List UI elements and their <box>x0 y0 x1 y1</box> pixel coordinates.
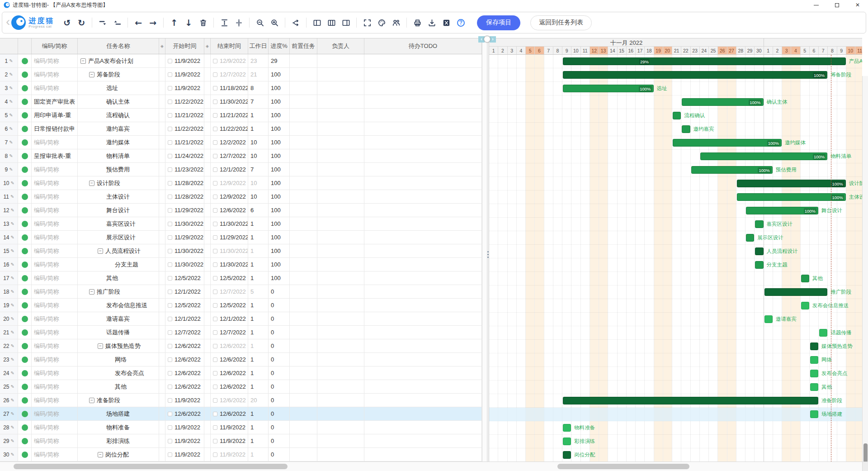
todo-cell[interactable] <box>364 285 482 298</box>
todo-cell[interactable] <box>364 407 482 420</box>
predecessor-cell[interactable] <box>290 366 317 380</box>
task-name-cell[interactable]: 嘉宾区设计 <box>78 217 159 230</box>
date-checkbox[interactable] <box>213 208 217 213</box>
todo-cell[interactable] <box>364 421 482 434</box>
workdays-cell[interactable]: 1 <box>248 421 269 434</box>
end-date-cell[interactable]: 11/18/2022 <box>211 81 248 95</box>
progress-cell[interactable]: 0 <box>269 353 290 366</box>
owner-cell[interactable] <box>317 68 364 81</box>
owner-cell[interactable] <box>317 81 364 95</box>
gantt-bar[interactable]: 100% <box>563 71 827 79</box>
todo-cell[interactable] <box>364 163 482 176</box>
start-date-cell[interactable]: 12/1/2022 <box>165 312 204 325</box>
date-checkbox[interactable] <box>213 425 217 430</box>
predecessor-cell[interactable] <box>290 68 317 81</box>
workdays-cell[interactable]: 10 <box>248 190 269 203</box>
owner-cell[interactable] <box>317 339 364 352</box>
task-name-cell[interactable]: 物料准备 <box>78 421 159 434</box>
edit-pencil-icon[interactable]: ✎ <box>9 99 13 104</box>
row-number-cell[interactable]: 28✎ <box>0 421 18 434</box>
end-date-cell[interactable]: 11/9/2022 <box>211 421 248 434</box>
date-checkbox[interactable] <box>213 72 217 77</box>
gantt-bar[interactable] <box>563 438 571 445</box>
status-dot-cell[interactable] <box>18 204 32 217</box>
code-cell[interactable]: 编码/简称 <box>32 448 78 461</box>
table-row[interactable]: 13✎编码/简称嘉宾区设计11/30/202211/30/20221100 <box>0 217 482 231</box>
status-dot[interactable] <box>22 302 28 309</box>
table-row[interactable]: 15✎编码/简称−人员流程设计11/30/202211/30/20221100 <box>0 244 482 258</box>
status-dot-cell[interactable] <box>18 163 32 176</box>
edit-pencil-icon[interactable]: ✎ <box>10 343 14 348</box>
row-number-cell[interactable]: 18✎ <box>0 285 18 298</box>
status-dot[interactable] <box>22 167 28 173</box>
end-date-cell[interactable]: 12/9/2022 <box>211 54 248 67</box>
owner-cell[interactable] <box>317 271 364 285</box>
row-number-cell[interactable]: 1✎ <box>0 54 18 67</box>
code-cell[interactable]: 编码/简称 <box>32 136 78 149</box>
predecessor-cell[interactable] <box>290 54 317 67</box>
owner-cell[interactable] <box>317 149 364 162</box>
task-name-cell[interactable]: 主体设计 <box>78 190 159 203</box>
workdays-cell[interactable]: 7 <box>248 95 269 108</box>
end-date-cell[interactable]: 11/9/2022 <box>211 434 248 447</box>
date-checkbox[interactable] <box>213 195 217 199</box>
code-cell[interactable]: 编码/简称 <box>32 326 78 339</box>
end-date-cell[interactable]: 11/30/2022 <box>211 95 248 108</box>
table-row[interactable]: 5✎用印申请单-重流程确认11/21/202211/21/20221100 <box>0 109 482 122</box>
predecessor-cell[interactable] <box>290 163 317 176</box>
progress-cell[interactable]: 100 <box>269 136 290 149</box>
workdays-cell[interactable]: 1 <box>248 217 269 230</box>
row-number-cell[interactable]: 13✎ <box>0 217 18 230</box>
gantt-bar[interactable]: 100% <box>691 166 773 174</box>
progress-cell[interactable]: 0 <box>269 312 290 325</box>
table-row[interactable]: 1✎编码/简称−产品A发布会计划11/9/202212/9/20222329 <box>0 54 482 68</box>
table-row[interactable]: 17✎编码/简称其他12/5/202212/5/20221100 <box>0 271 482 285</box>
table-row[interactable]: 24✎编码/简称发布会亮点12/6/202212/6/202210 <box>0 366 482 380</box>
row-number-cell[interactable]: 25✎ <box>0 380 18 393</box>
date-checkbox[interactable] <box>213 154 217 158</box>
status-dot-cell[interactable] <box>18 217 32 230</box>
row-number-cell[interactable]: 23✎ <box>0 353 18 366</box>
date-checkbox[interactable] <box>168 276 172 281</box>
start-date-cell[interactable]: 11/24/2022 <box>165 149 204 162</box>
workdays-cell[interactable]: 10 <box>248 149 269 162</box>
column-header-name[interactable]: 任务名称 <box>78 38 159 54</box>
end-date-cell[interactable]: 12/6/2022 <box>211 204 248 217</box>
end-date-cell[interactable]: 11/30/2022 <box>211 258 248 271</box>
code-cell[interactable]: 编码/简称 <box>32 68 78 81</box>
code-cell[interactable]: 编码/简称 <box>32 380 78 393</box>
date-checkbox[interactable] <box>168 72 172 77</box>
status-dot-cell[interactable] <box>18 448 32 461</box>
date-checkbox[interactable] <box>168 127 172 131</box>
code-cell[interactable]: 编码/简称 <box>32 163 78 176</box>
code-cell[interactable]: 编码/简称 <box>32 244 78 257</box>
gantt-bar[interactable] <box>764 315 773 323</box>
end-date-cell[interactable]: 12/1/2022 <box>211 312 248 325</box>
date-checkbox[interactable] <box>168 86 172 90</box>
workdays-cell[interactable]: 10 <box>248 176 269 190</box>
gantt-bar[interactable] <box>563 397 818 404</box>
table-row[interactable]: 20✎编码/简称邀请嘉宾12/1/202212/1/202210 <box>0 312 482 326</box>
end-date-cell[interactable]: 12/6/2022 <box>211 339 248 352</box>
status-dot[interactable] <box>22 194 28 200</box>
code-cell[interactable]: 编码/简称 <box>32 176 78 190</box>
progress-cell[interactable]: 100 <box>269 122 290 135</box>
gantt-vscroll-thumb[interactable] <box>863 443 868 462</box>
workdays-cell[interactable]: 5 <box>248 285 269 298</box>
todo-cell[interactable] <box>364 326 482 339</box>
share-icon[interactable] <box>288 15 303 30</box>
date-checkbox[interactable] <box>213 59 217 63</box>
end-date-cell[interactable]: 12/5/2022 <box>211 299 248 312</box>
code-cell[interactable]: 编码/简称 <box>32 217 78 230</box>
row-number-cell[interactable]: 19✎ <box>0 299 18 312</box>
end-date-cell[interactable]: 12/6/2022 <box>211 407 248 420</box>
code-cell[interactable]: 编码/简称 <box>32 421 78 434</box>
progress-cell[interactable]: 0 <box>269 299 290 312</box>
status-dot-cell[interactable] <box>18 339 32 352</box>
workdays-cell[interactable]: 23 <box>248 54 269 67</box>
status-dot-cell[interactable] <box>18 190 32 203</box>
todo-cell[interactable] <box>364 244 482 257</box>
workdays-cell[interactable]: 1 <box>248 353 269 366</box>
date-checkbox[interactable] <box>213 140 217 145</box>
date-checkbox[interactable] <box>213 385 217 389</box>
